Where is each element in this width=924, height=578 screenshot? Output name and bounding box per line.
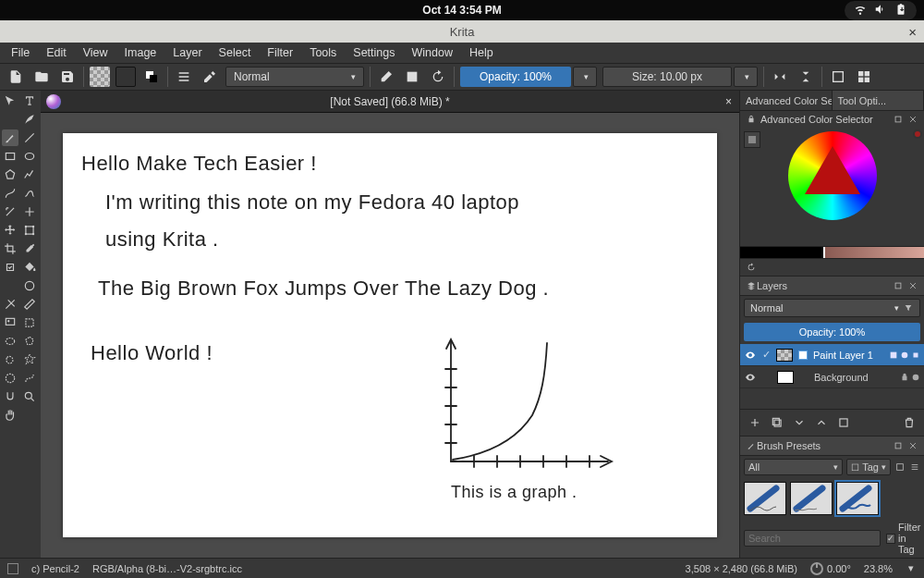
pan-tool[interactable]: [2, 407, 18, 424]
select-ellipse-tool[interactable]: [2, 333, 18, 350]
brush-preset-item[interactable]: [744, 482, 786, 515]
storage-icon[interactable]: [894, 461, 906, 473]
size-dropdown[interactable]: ▾: [734, 67, 758, 87]
zoom-tool[interactable]: [21, 388, 38, 405]
transform-tool[interactable]: [2, 92, 18, 109]
color-selector[interactable]: [740, 128, 924, 246]
edit-shapes-tool[interactable]: [2, 111, 18, 128]
lock-icon[interactable]: [746, 114, 757, 125]
menu-filter[interactable]: Filter: [260, 44, 300, 61]
menu-tools[interactable]: Tools: [302, 44, 344, 61]
freehand-path-tool[interactable]: [21, 185, 38, 202]
line-tool[interactable]: [21, 129, 38, 146]
move-down-button[interactable]: [790, 413, 808, 432]
measure-tool[interactable]: [21, 296, 38, 313]
zoom-level[interactable]: 23.8%: [864, 563, 893, 574]
brush-preset-item[interactable]: [836, 482, 879, 515]
mirror-v-button[interactable]: [796, 67, 816, 87]
brush-search-input[interactable]: [744, 530, 881, 547]
opacity-slider[interactable]: Opacity: 100%: [460, 67, 571, 87]
open-doc-button[interactable]: [31, 67, 52, 87]
blend-mode-select[interactable]: Normal▾: [225, 67, 364, 87]
canvas[interactable]: Hello Make Tech Easier ! I'm writing thi…: [63, 133, 717, 537]
opacity-dropdown[interactable]: ▾: [573, 67, 597, 87]
mirror-h-button[interactable]: [770, 67, 790, 87]
select-free-tool[interactable]: [2, 351, 18, 368]
alpha-lock-toggle[interactable]: [402, 67, 422, 87]
menu-layer[interactable]: Layer: [165, 44, 209, 61]
gradient-swatch[interactable]: [116, 67, 136, 87]
polygon-tool[interactable]: [2, 166, 18, 183]
bezier-tool[interactable]: [2, 185, 18, 202]
ellipse-tool[interactable]: [21, 148, 38, 165]
color-settings-icon[interactable]: [744, 131, 760, 148]
pattern-swatch[interactable]: [90, 67, 110, 87]
workspace-button[interactable]: [854, 67, 874, 87]
rotation-control[interactable]: 0.00°: [810, 562, 851, 575]
fg-bg-swap[interactable]: [141, 67, 162, 87]
select-rect-tool[interactable]: [21, 314, 38, 331]
crop-tool[interactable]: [2, 240, 18, 257]
menu-settings[interactable]: Settings: [346, 44, 402, 61]
menu-select[interactable]: Select: [212, 44, 259, 61]
select-magnetic-tool[interactable]: [2, 388, 18, 405]
brush-tag-select[interactable]: All▾: [744, 459, 843, 475]
reference-tool[interactable]: [2, 314, 18, 331]
size-slider[interactable]: Size: 10.00 px: [602, 67, 732, 87]
gradient-tool[interactable]: [2, 277, 18, 294]
float-docker-icon[interactable]: [893, 440, 904, 451]
menu-view[interactable]: View: [76, 44, 116, 61]
colorize-tool[interactable]: [21, 277, 38, 294]
select-contiguous-tool[interactable]: [21, 351, 38, 368]
float-docker-icon[interactable]: [893, 114, 904, 125]
layer-row-paint-layer-1[interactable]: ✓ Paint Layer 1: [740, 344, 924, 366]
docker-tab-color[interactable]: Advanced Color Selec...: [740, 91, 833, 110]
select-bezier-tool[interactable]: [21, 370, 38, 387]
menu-file[interactable]: File: [4, 44, 37, 61]
brush-preset-button[interactable]: [174, 67, 194, 87]
brush-tag-button[interactable]: ☐Tag▾: [846, 459, 891, 475]
save-doc-button[interactable]: [57, 67, 78, 87]
docker-tab-tool-options[interactable]: Tool Opti...: [833, 91, 925, 110]
select-similar-tool[interactable]: [2, 370, 18, 387]
brush-editor-button[interactable]: [200, 67, 220, 87]
close-docker-icon[interactable]: [907, 280, 918, 291]
wifi-icon[interactable]: [854, 3, 867, 18]
layer-blend-mode-select[interactable]: Normal▾: [744, 299, 920, 317]
status-color-profile[interactable]: RGB/Alpha (8-bi…-V2-srgbtrc.icc: [92, 563, 242, 574]
close-docker-icon[interactable]: [907, 114, 918, 125]
filter-icon[interactable]: [903, 302, 914, 314]
add-layer-button[interactable]: [746, 413, 764, 432]
new-doc-button[interactable]: [6, 67, 26, 87]
zoom-dropdown-icon[interactable]: ▾: [906, 563, 917, 574]
battery-icon[interactable]: [894, 3, 907, 18]
multi-brush-tool[interactable]: [21, 203, 38, 220]
rect-tool[interactable]: [2, 148, 18, 165]
color-history-strip[interactable]: [740, 246, 924, 259]
eraser-toggle[interactable]: [376, 67, 396, 87]
filter-in-tag-checkbox[interactable]: ✓Filter in Tag: [886, 522, 921, 555]
view-mode-icon[interactable]: [909, 461, 920, 473]
float-docker-icon[interactable]: [893, 280, 904, 291]
document-tab-title[interactable]: [Not Saved] (66.8 MiB) *: [330, 95, 449, 108]
polyline-tool[interactable]: [21, 166, 38, 183]
close-docker-icon[interactable]: [907, 440, 918, 451]
layer-properties-button[interactable]: [834, 413, 853, 432]
reload-brush-button[interactable]: [428, 67, 448, 87]
menu-help[interactable]: Help: [462, 44, 501, 61]
menu-window[interactable]: Window: [405, 44, 460, 61]
move-tool[interactable]: [2, 222, 18, 239]
brush-preset-item[interactable]: [790, 482, 833, 515]
delete-layer-button[interactable]: [900, 413, 918, 432]
layer-opacity-slider[interactable]: Opacity: 100%: [744, 323, 920, 341]
brush-tool[interactable]: [2, 129, 18, 146]
document-tab-close[interactable]: ×: [725, 95, 732, 108]
dyna-tool[interactable]: [2, 203, 18, 220]
window-close-button[interactable]: ×: [908, 24, 917, 40]
volume-icon[interactable]: [874, 3, 887, 18]
wrap-around-button[interactable]: [828, 67, 848, 87]
visibility-toggle[interactable]: [744, 349, 757, 362]
assist-tool[interactable]: [2, 296, 18, 313]
color-picker-tool[interactable]: [21, 240, 38, 257]
color-clear-icon[interactable]: [913, 129, 922, 139]
